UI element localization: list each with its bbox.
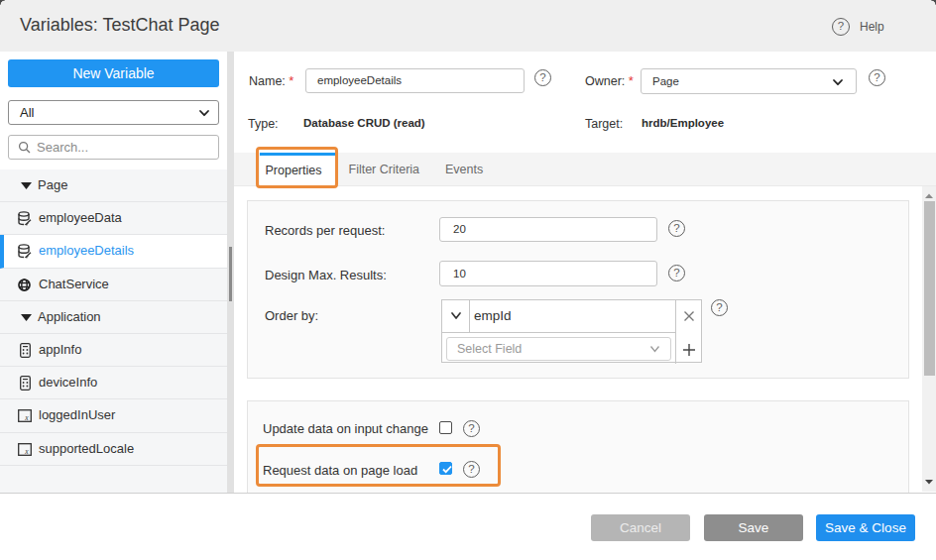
svg-text:x: x	[24, 414, 29, 423]
svg-text:x: x	[24, 447, 29, 456]
